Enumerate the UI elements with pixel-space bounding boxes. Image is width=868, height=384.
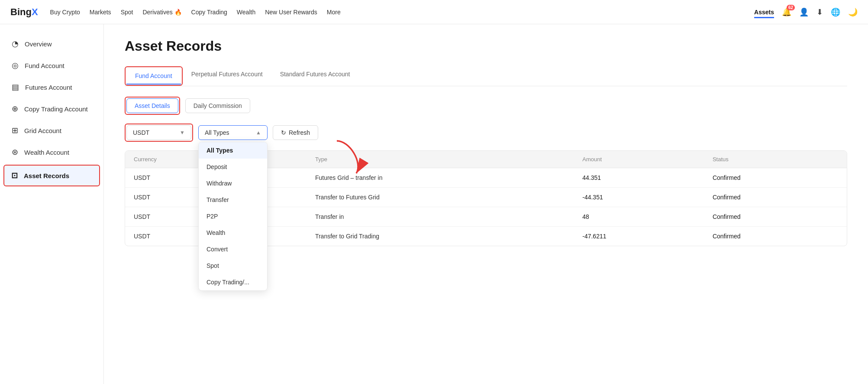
nav-left: BingX Buy Crypto Markets Spot Derivative… [10, 7, 341, 18]
type-dropdown-menu: All Types Deposit Withdraw Transfer P2P … [198, 142, 268, 291]
main-content: Asset Records Fund Account Perpetual Fut… [104, 24, 868, 384]
sidebar-item-grid-account[interactable]: ⊞ Grid Account [0, 120, 103, 141]
page-title: Asset Records [125, 38, 847, 54]
sidebar-item-label-futures: Futures Account [25, 84, 72, 91]
nav-links: Buy Crypto Markets Spot Derivatives 🔥 Co… [50, 9, 341, 16]
sidebar-item-wealth-account[interactable]: ⊛ Wealth Account [0, 141, 103, 163]
type-chevron-icon: ▲ [256, 130, 261, 136]
sidebar-item-label-wealth: Wealth Account [24, 149, 69, 156]
btn-asset-details[interactable]: Asset Details [126, 98, 178, 113]
dropdown-item-convert[interactable]: Convert [199, 241, 267, 257]
nav-assets[interactable]: Assets [754, 9, 774, 16]
cell-amount: 48 [574, 207, 704, 227]
account-tabs: Fund Account Perpetual Futures Account S… [125, 66, 847, 86]
sidebar-item-futures-account[interactable]: ▤ Futures Account [0, 76, 103, 98]
nav-copy-trading[interactable]: Copy Trading [191, 9, 227, 16]
dropdown-item-wealth[interactable]: Wealth [199, 225, 267, 241]
download-icon[interactable]: ⬇ [816, 7, 823, 17]
layout: ◔ Overview ◎ Fund Account ▤ Futures Acco… [0, 24, 868, 384]
cell-status: Confirmed [704, 227, 847, 246]
refresh-label: Refresh [289, 129, 310, 136]
nav-buy-crypto[interactable]: Buy Crypto [50, 9, 80, 16]
sidebar-item-overview[interactable]: ◔ Overview [0, 33, 103, 55]
sidebar-item-asset-records[interactable]: ⊡ Asset Records [3, 165, 100, 186]
cell-status: Confirmed [704, 168, 847, 188]
sidebar-item-label-fund: Fund Account [25, 62, 65, 69]
cell-type: Transfer in [307, 207, 574, 227]
currency-chevron-icon: ▼ [180, 130, 185, 136]
dropdown-item-copy-trading[interactable]: Copy Trading/... [199, 274, 267, 290]
wealth-account-icon: ⊛ [12, 147, 18, 157]
user-icon[interactable]: 👤 [799, 7, 809, 17]
asset-records-icon: ⊡ [11, 171, 18, 180]
col-header-status: Status [704, 151, 847, 168]
sidebar-item-label-overview: Overview [25, 40, 52, 48]
brand-logo[interactable]: BingX [10, 7, 38, 18]
globe-icon[interactable]: 🌐 [831, 7, 840, 17]
currency-select[interactable]: USDT ▼ [126, 125, 191, 140]
sidebar-item-fund-account[interactable]: ◎ Fund Account [0, 55, 103, 76]
dropdown-item-spot[interactable]: Spot [199, 257, 267, 274]
currency-value: USDT [133, 129, 149, 136]
theme-icon[interactable]: 🌙 [848, 7, 858, 17]
filter-row: USDT ▼ All Types ▲ All Types Deposit Wit… [125, 124, 847, 142]
dropdown-item-transfer[interactable]: Transfer [199, 192, 267, 208]
cell-amount: -47.6211 [574, 227, 704, 246]
overview-icon: ◔ [12, 39, 19, 49]
nav-derivatives[interactable]: Derivatives 🔥 [142, 9, 181, 16]
cell-type: Transfer to Futures Grid [307, 188, 574, 207]
nav-right: Assets 🔔 62 👤 ⬇ 🌐 🌙 [754, 7, 858, 17]
cell-type: Transfer to Grid Trading [307, 227, 574, 246]
sidebar: ◔ Overview ◎ Fund Account ▤ Futures Acco… [0, 24, 104, 384]
cell-status: Confirmed [704, 188, 847, 207]
nav-spot[interactable]: Spot [121, 9, 133, 16]
copy-trading-icon: ⊕ [12, 104, 18, 114]
sidebar-item-label-copy: Copy Trading Account [24, 105, 88, 113]
refresh-icon: ↻ [281, 129, 286, 136]
dropdown-item-withdraw[interactable]: Withdraw [199, 175, 267, 192]
nav-new-user-rewards[interactable]: New User Rewards [265, 9, 317, 16]
grid-account-icon: ⊞ [12, 126, 18, 135]
type-value: All Types [205, 129, 229, 136]
nav-markets[interactable]: Markets [90, 9, 111, 16]
cell-amount: 44.351 [574, 168, 704, 188]
fund-account-icon: ◎ [12, 61, 19, 70]
sidebar-item-label-grid: Grid Account [24, 127, 61, 134]
nav-more[interactable]: More [327, 9, 341, 16]
notification-icon[interactable]: 🔔 62 [782, 7, 791, 17]
notification-badge: 62 [787, 5, 795, 10]
sidebar-item-copy-trading-account[interactable]: ⊕ Copy Trading Account [0, 98, 103, 120]
navbar: BingX Buy Crypto Markets Spot Derivative… [0, 0, 868, 24]
dropdown-item-all-types[interactable]: All Types [199, 142, 267, 159]
tab-fund-account[interactable]: Fund Account [126, 68, 181, 85]
controls-row-subtabs: Asset Details Daily Commission [125, 97, 847, 115]
col-header-amount: Amount [574, 151, 704, 168]
btn-refresh[interactable]: ↻ Refresh [273, 125, 318, 140]
tab-standard-futures[interactable]: Standard Futures Account [271, 66, 359, 86]
futures-account-icon: ▤ [12, 82, 19, 92]
cell-amount: -44.351 [574, 188, 704, 207]
cell-status: Confirmed [704, 207, 847, 227]
type-select-wrapper: All Types ▲ All Types Deposit Withdraw T… [198, 125, 268, 140]
dropdown-item-p2p[interactable]: P2P [199, 208, 267, 225]
type-select[interactable]: All Types ▲ [198, 125, 268, 140]
nav-wealth[interactable]: Wealth [237, 9, 255, 16]
btn-daily-commission[interactable]: Daily Commission [185, 98, 250, 113]
tab-perpetual-futures[interactable]: Perpetual Futures Account [183, 66, 271, 86]
col-header-type: Type [307, 151, 574, 168]
cell-type: Futures Grid – transfer in [307, 168, 574, 188]
sidebar-item-label-asset-records: Asset Records [24, 172, 69, 179]
dropdown-item-deposit[interactable]: Deposit [199, 159, 267, 175]
